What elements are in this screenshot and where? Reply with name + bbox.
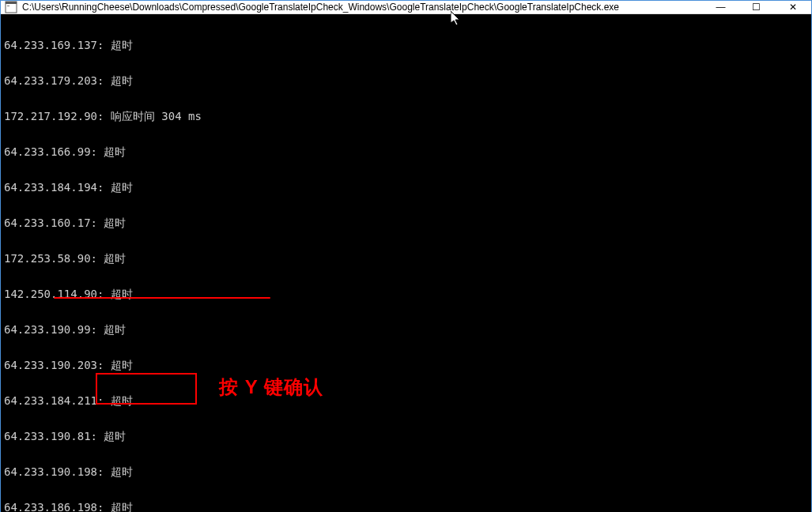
output-line: 142.250.114.90: 超时 [4, 288, 808, 300]
output-line: 64.233.190.203: 超时 [4, 360, 808, 371]
output-line: 64.233.190.99: 超时 [4, 324, 808, 336]
window-title: C:\Users\RunningCheese\Downloads\Compres… [22, 2, 703, 13]
output-line: 172.217.192.90: 响应时间 304 ms [4, 111, 808, 122]
output-line: 64.233.169.137: 超时 [4, 40, 808, 51]
output-line: 172.253.58.90: 超时 [4, 253, 808, 265]
output-line: 64.233.179.203: 超时 [4, 75, 808, 87]
output-line: 64.233.166.99: 超时 [4, 146, 808, 158]
minimize-button[interactable]: — [703, 1, 738, 13]
svg-rect-2 [7, 6, 9, 6]
app-icon [5, 1, 17, 13]
window-controls: — ☐ ✕ [703, 1, 811, 13]
output-line: 64.233.186.198: 超时 [4, 502, 808, 512]
output-line: 64.233.160.17: 超时 [4, 217, 808, 229]
svg-rect-1 [6, 2, 17, 4]
maximize-button[interactable]: ☐ [738, 1, 774, 13]
output-line: 64.233.190.81: 超时 [4, 431, 808, 442]
annotation-label: 按 Y 键确认 [219, 381, 323, 393]
console-output[interactable]: 64.233.169.137: 超时 64.233.179.203: 超时 17… [1, 14, 811, 512]
close-button[interactable]: ✕ [774, 1, 811, 13]
output-line: 64.233.184.211: 超时 [4, 395, 808, 407]
output-line: 64.233.184.194: 超时 [4, 182, 808, 194]
titlebar[interactable]: C:\Users\RunningCheese\Downloads\Compres… [1, 1, 811, 14]
console-window: C:\Users\RunningCheese\Downloads\Compres… [0, 0, 812, 512]
output-line: 64.233.190.198: 超时 [4, 466, 808, 478]
